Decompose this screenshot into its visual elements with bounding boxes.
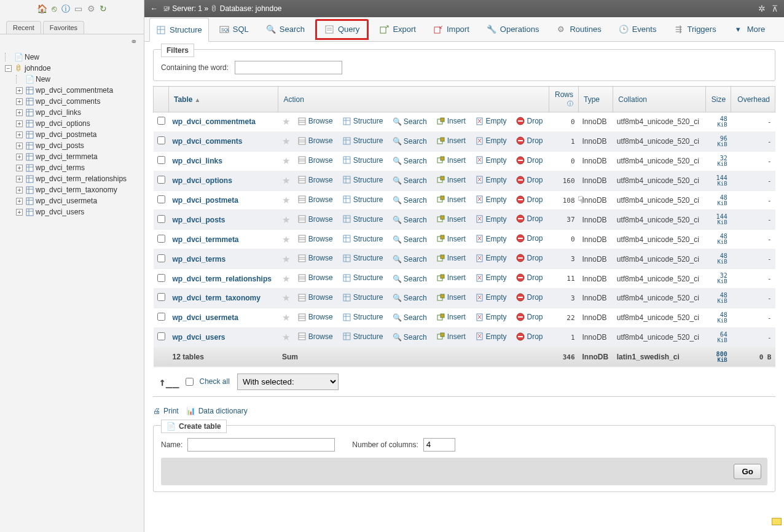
row-checkbox[interactable] (157, 136, 165, 144)
browse-link[interactable]: Browse (298, 215, 333, 224)
docs-icon[interactable]: ⓘ (61, 4, 70, 14)
expand-toggle[interactable]: + (16, 109, 23, 116)
favorite-star[interactable]: ★ (282, 234, 290, 244)
empty-link[interactable]: Empty (476, 176, 507, 184)
favorite-star[interactable]: ★ (282, 254, 290, 264)
tree-table[interactable]: +wp_dvci_posts (16, 140, 139, 151)
tab-structure[interactable]: Structure (149, 18, 209, 42)
tree-table[interactable]: +wp_dvci_links (16, 107, 139, 118)
row-size[interactable]: 48KiB (705, 190, 731, 210)
drop-link[interactable]: Drop (516, 254, 543, 262)
search-link[interactable]: 🔍Search (393, 137, 427, 146)
drop-link[interactable]: Drop (516, 214, 543, 223)
row-size[interactable]: 64KiB (705, 327, 731, 347)
browse-link[interactable]: Browse (298, 313, 333, 321)
tab-triggers[interactable]: ⇶Triggers (667, 19, 723, 40)
tree-table[interactable]: +wp_dvci_comments (16, 96, 139, 107)
insert-link[interactable]: Insert (437, 332, 466, 341)
tab-routines[interactable]: ⚙Routines (549, 19, 608, 40)
insert-link[interactable]: Insert (437, 313, 466, 321)
browse-link[interactable]: Browse (298, 156, 333, 165)
browse-link[interactable]: Browse (298, 293, 333, 302)
insert-link[interactable]: Insert (437, 254, 466, 262)
expand-toggle[interactable]: + (16, 209, 23, 216)
search-link[interactable]: 🔍Search (393, 255, 427, 264)
favorite-star[interactable]: ★ (282, 312, 290, 323)
table-name-link[interactable]: wp_dvci_users (173, 333, 225, 342)
structure-link[interactable]: Structure (343, 117, 383, 125)
table-name-link[interactable]: wp_dvci_term_taxonomy (173, 294, 261, 302)
go-button[interactable]: Go (734, 464, 761, 479)
logout-icon[interactable]: ⎋ (52, 4, 57, 14)
insert-link[interactable]: Insert (437, 156, 466, 165)
empty-link[interactable]: Empty (476, 293, 507, 302)
insert-link[interactable]: Insert (437, 293, 466, 302)
tree-new[interactable]: 📄 New (5, 52, 139, 63)
tab-export[interactable]: Export (372, 19, 423, 40)
tree-table[interactable]: +wp_dvci_postmeta (16, 129, 139, 140)
structure-link[interactable]: Structure (343, 293, 383, 302)
expand-toggle[interactable]: + (16, 176, 23, 182)
row-size[interactable]: 48KiB (705, 289, 731, 308)
table-name-link[interactable]: wp_dvci_postmeta (173, 196, 238, 205)
search-link[interactable]: 🔍Search (393, 333, 427, 342)
browse-link[interactable]: Browse (298, 273, 333, 282)
tree-db-new[interactable]: 📄New (16, 74, 139, 85)
browse-link[interactable]: Browse (298, 176, 333, 184)
tab-search[interactable]: 🔍Search (259, 19, 312, 40)
tree-table[interactable]: +wp_dvci_term_taxonomy (16, 184, 139, 195)
col-size[interactable]: Size (705, 87, 731, 112)
structure-link[interactable]: Structure (343, 215, 383, 224)
expand-toggle[interactable]: + (16, 143, 23, 149)
tab-sql[interactable]: SQLSQL (213, 19, 256, 40)
row-checkbox[interactable] (157, 195, 165, 203)
insert-link[interactable]: Insert (437, 176, 466, 184)
create-name-input[interactable] (187, 438, 335, 452)
favorite-star[interactable]: ★ (282, 116, 290, 127)
empty-link[interactable]: Empty (476, 254, 507, 262)
expand-toggle[interactable]: + (16, 187, 23, 194)
drop-link[interactable]: Drop (516, 117, 543, 125)
print-link[interactable]: 🖨Print (153, 407, 179, 415)
tree-table[interactable]: +wp_dvci_commentmeta (16, 85, 139, 96)
favorite-star[interactable]: ★ (282, 136, 290, 146)
expand-toggle[interactable]: + (16, 165, 23, 171)
row-checkbox[interactable] (157, 293, 165, 301)
row-size[interactable]: 48KiB (705, 308, 731, 327)
expand-toggle[interactable]: + (16, 198, 23, 205)
favorite-star[interactable]: ★ (282, 214, 290, 225)
empty-link[interactable]: Empty (476, 215, 507, 224)
console-toggle[interactable] (772, 518, 782, 525)
table-name-link[interactable]: wp_dvci_terms (173, 255, 226, 264)
empty-link[interactable]: Empty (476, 195, 507, 204)
tree-table[interactable]: +wp_dvci_options (16, 118, 139, 129)
structure-link[interactable]: Structure (343, 332, 383, 341)
insert-link[interactable]: Insert (437, 195, 466, 204)
favorite-star[interactable]: ★ (282, 273, 290, 284)
row-checkbox[interactable] (157, 117, 165, 125)
back-icon[interactable]: ← (151, 4, 158, 13)
gear-icon[interactable]: ✲ (758, 4, 766, 14)
tree-db[interactable]: − 🛢 johndoe (5, 63, 139, 74)
row-size[interactable]: 96KiB (705, 131, 731, 151)
row-size[interactable]: 32KiB (705, 269, 731, 289)
filter-input[interactable] (235, 61, 342, 74)
table-name-link[interactable]: wp_dvci_comments (173, 137, 243, 146)
row-size[interactable]: 48KiB (705, 230, 731, 249)
search-link[interactable]: 🔍Search (393, 176, 427, 185)
expand-toggle[interactable]: + (16, 120, 23, 127)
table-name-link[interactable]: wp_dvci_links (173, 157, 222, 165)
drop-link[interactable]: Drop (516, 273, 543, 282)
tree-table[interactable]: +wp_dvci_term_relationships (16, 173, 139, 184)
info-icon[interactable]: ⓘ (567, 100, 573, 108)
tab-events[interactable]: 🕒Events (612, 19, 664, 40)
checkall-label[interactable]: Check all (200, 377, 230, 386)
drop-link[interactable]: Drop (516, 156, 543, 165)
with-selected-dropdown[interactable]: With selected: (237, 374, 339, 390)
row-checkbox[interactable] (157, 254, 165, 262)
tab-more[interactable]: ▾More (727, 19, 772, 40)
row-checkbox[interactable] (157, 215, 165, 223)
settings-icon[interactable]: ⚙ (87, 4, 95, 14)
insert-link[interactable]: Insert (437, 117, 466, 125)
table-name-link[interactable]: wp_dvci_options (173, 176, 232, 185)
